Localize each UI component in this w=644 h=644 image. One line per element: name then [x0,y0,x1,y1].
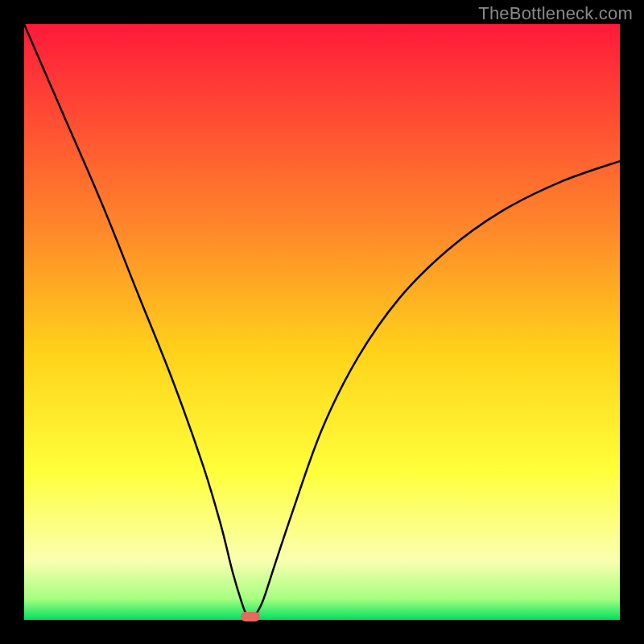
gradient-background [24,24,620,620]
watermark-text: TheBottleneck.com [478,3,633,24]
optimal-point-marker [241,612,260,621]
plot-area [24,24,620,620]
chart-frame: TheBottleneck.com [0,0,644,644]
bottleneck-chart [24,24,620,620]
